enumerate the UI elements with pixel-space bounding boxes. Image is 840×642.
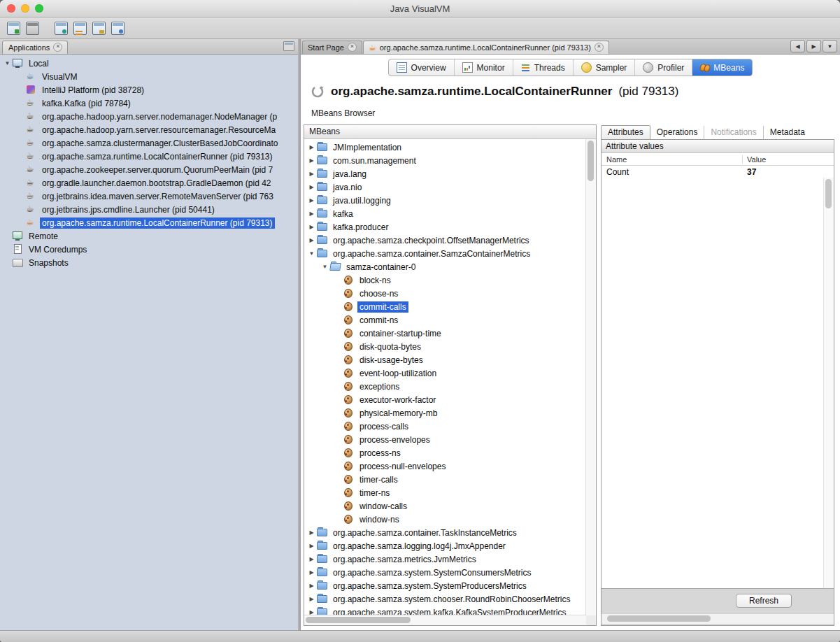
application-tree-item[interactable]: Snapshots xyxy=(0,256,298,269)
collapsed-expander-icon[interactable]: ▶ xyxy=(307,157,316,164)
mbean-tree-item[interactable]: disk-usage-bytes xyxy=(304,353,585,366)
mbean-tree-item[interactable]: commit-calls xyxy=(304,300,585,313)
value-column-header[interactable]: Value xyxy=(743,155,824,164)
mbean-tree-item[interactable]: window-calls xyxy=(304,499,585,513)
mbean-tree-item[interactable]: ▶org.apache.samza.container.TaskInstance… xyxy=(304,526,585,539)
application-tree-item[interactable]: ▼Local xyxy=(0,57,298,70)
refresh-button[interactable]: Refresh xyxy=(736,594,792,608)
mbean-tree-item[interactable]: ▶java.util.logging xyxy=(304,194,585,207)
attributes-vertical-scrollbar[interactable] xyxy=(823,178,834,588)
application-tree-item[interactable]: org.apache.hadoop.yarn.server.resourcema… xyxy=(0,123,298,136)
application-tree-item[interactable]: org.apache.samza.runtime.LocalContainerR… xyxy=(0,216,298,229)
attribute-value-cell[interactable]: 37 xyxy=(743,167,824,177)
mbeans-vertical-scrollbar[interactable] xyxy=(585,139,596,615)
collapsed-expander-icon[interactable]: ▶ xyxy=(307,237,316,243)
document-tab[interactable]: ☕org.apache.samza.runtime.LocalContainer… xyxy=(363,41,609,54)
mbean-tree-item[interactable]: disk-quota-bytes xyxy=(304,340,585,353)
collapsed-expander-icon[interactable]: ▶ xyxy=(307,144,316,150)
application-tree-item[interactable]: org.jetbrains.jps.cmdline.Launcher (pid … xyxy=(0,203,298,216)
mbean-tree-item[interactable]: process-envelopes xyxy=(304,433,585,446)
close-tab-icon[interactable]: × xyxy=(348,43,357,52)
collapsed-expander-icon[interactable]: ▶ xyxy=(307,596,316,602)
application-tree-item[interactable]: VisualVM xyxy=(0,70,298,83)
application-tree-item[interactable]: org.gradle.launcher.daemon.bootstrap.Gra… xyxy=(0,176,298,190)
application-tree-item[interactable]: kafka.Kafka (pid 78784) xyxy=(0,97,298,110)
view-tab-monitor[interactable]: Monitor xyxy=(454,59,513,76)
view-tab-overview[interactable]: Overview xyxy=(389,59,454,76)
application-snapshot-button[interactable] xyxy=(53,20,69,36)
collapsed-expander-icon[interactable]: ▶ xyxy=(307,184,316,190)
expanded-expander-icon[interactable]: ▼ xyxy=(3,60,12,66)
view-tab-sampler[interactable]: Sampler xyxy=(573,59,635,76)
mbean-tree-item[interactable]: ▶org.apache.samza.system.SystemProducers… xyxy=(304,579,585,592)
mbean-tree-item[interactable]: timer-ns xyxy=(304,486,585,499)
close-icon[interactable]: × xyxy=(53,43,62,52)
mbean-tree-item[interactable]: ▶kafka xyxy=(304,207,585,220)
save-snapshot-button[interactable] xyxy=(24,20,40,36)
collapsed-expander-icon[interactable]: ▶ xyxy=(307,224,316,230)
application-tree-item[interactable]: org.jetbrains.idea.maven.server.RemoteMa… xyxy=(0,190,298,203)
minimize-panel-button[interactable] xyxy=(283,41,294,51)
mbean-tree-item[interactable]: ▶org.apache.samza.metrics.JvmMetrics xyxy=(304,552,585,566)
scrollbar-thumb[interactable] xyxy=(607,615,711,622)
name-column-header[interactable]: Name xyxy=(601,155,743,164)
mbean-tree-item[interactable]: ▶org.apache.samza.logging.log4j.JmxAppen… xyxy=(304,539,585,552)
application-tree-item[interactable]: org.apache.zookeeper.server.quorum.Quoru… xyxy=(0,163,298,176)
applications-tab[interactable]: Applications × xyxy=(2,41,68,54)
collapsed-expander-icon[interactable]: ▶ xyxy=(307,197,316,204)
mbean-tree-item[interactable]: window-ns xyxy=(304,513,585,526)
titlebar[interactable]: Java VisualVM xyxy=(0,0,840,17)
collapsed-expander-icon[interactable]: ▶ xyxy=(307,211,316,217)
mbean-tree-item[interactable]: block-ns xyxy=(304,273,585,287)
close-tab-icon[interactable]: × xyxy=(595,43,604,52)
mbean-tree-item[interactable]: ▶java.nio xyxy=(304,180,585,194)
mbean-tree-item[interactable]: event-loop-utilization xyxy=(304,366,585,380)
view-tab-mbeans[interactable]: MBeans xyxy=(692,59,752,76)
expanded-expander-icon[interactable]: ▼ xyxy=(307,250,316,257)
heap-dump-button[interactable] xyxy=(91,20,106,36)
scroll-tabs-left-button[interactable]: ◀ xyxy=(790,40,805,52)
mbean-tree-item[interactable]: physical-memory-mb xyxy=(304,406,585,420)
view-tab-threads[interactable]: Threads xyxy=(513,59,573,76)
application-tree-item[interactable]: Remote xyxy=(0,229,298,243)
application-tree-item[interactable]: VM Coredumps xyxy=(0,243,298,256)
application-tree-item[interactable]: IntelliJ Platform (pid 38728) xyxy=(0,83,298,97)
thread-dump-button[interactable] xyxy=(72,20,87,36)
detail-tab-metadata[interactable]: Metadata xyxy=(763,126,811,139)
application-tree-item[interactable]: org.apache.hadoop.yarn.server.nodemanage… xyxy=(0,110,298,123)
mbean-tree-item[interactable]: process-ns xyxy=(304,446,585,459)
scroll-tabs-right-button[interactable]: ▶ xyxy=(806,40,821,52)
attributes-horizontal-scrollbar[interactable] xyxy=(601,613,834,624)
collapsed-expander-icon[interactable]: ▶ xyxy=(307,569,316,576)
detail-tab-attributes[interactable]: Attributes xyxy=(601,125,650,139)
detail-tab-operations[interactable]: Operations xyxy=(650,126,704,139)
mbean-tree-item[interactable]: ▶kafka.producer xyxy=(304,220,585,234)
mbean-tree-item[interactable]: ▶org.apache.samza.system.chooser.RoundRo… xyxy=(304,592,585,606)
mbean-tree-item[interactable]: ▼samza-container-0 xyxy=(304,260,585,273)
view-tab-profiler[interactable]: Profiler xyxy=(634,59,692,76)
expanded-expander-icon[interactable]: ▼ xyxy=(320,264,329,270)
profiler-snapshot-button[interactable] xyxy=(110,20,125,36)
application-tree-item[interactable]: org.apache.samza.runtime.LocalContainerR… xyxy=(0,150,298,163)
mbean-tree-item[interactable]: process-null-envelopes xyxy=(304,459,585,473)
collapsed-expander-icon[interactable]: ▶ xyxy=(307,583,316,589)
attribute-row[interactable]: Count37 xyxy=(601,166,834,178)
mbean-tree-item[interactable]: container-startup-time xyxy=(304,327,585,340)
mbean-tree-item[interactable]: ▶com.sun.management xyxy=(304,154,585,167)
mbean-tree-item[interactable]: ▼org.apache.samza.container.SamzaContain… xyxy=(304,247,585,260)
mbean-tree-item[interactable]: exceptions xyxy=(304,380,585,393)
mbean-tree-item[interactable]: commit-ns xyxy=(304,313,585,327)
mbean-tree-item[interactable]: ▶java.lang xyxy=(304,167,585,180)
document-tab[interactable]: Start Page× xyxy=(302,41,362,54)
mbean-tree-item[interactable]: timer-calls xyxy=(304,473,585,486)
collapsed-expander-icon[interactable]: ▶ xyxy=(307,171,316,177)
collapsed-expander-icon[interactable]: ▶ xyxy=(307,529,316,536)
mbean-tree-item[interactable]: ▶org.apache.samza.checkpoint.OffsetManag… xyxy=(304,234,585,247)
mbeans-horizontal-scrollbar[interactable] xyxy=(304,615,586,625)
mbean-tree-item[interactable]: ▶JMImplementation xyxy=(304,141,585,154)
mbean-tree-item[interactable]: ▶org.apache.samza.system.SystemConsumers… xyxy=(304,566,585,579)
collapsed-expander-icon[interactable]: ▶ xyxy=(307,556,316,562)
mbean-tree-item[interactable]: executor-work-factor xyxy=(304,393,585,406)
mbean-tree-item[interactable]: process-calls xyxy=(304,420,585,433)
application-tree-item[interactable]: org.apache.samza.clustermanager.ClusterB… xyxy=(0,136,298,150)
